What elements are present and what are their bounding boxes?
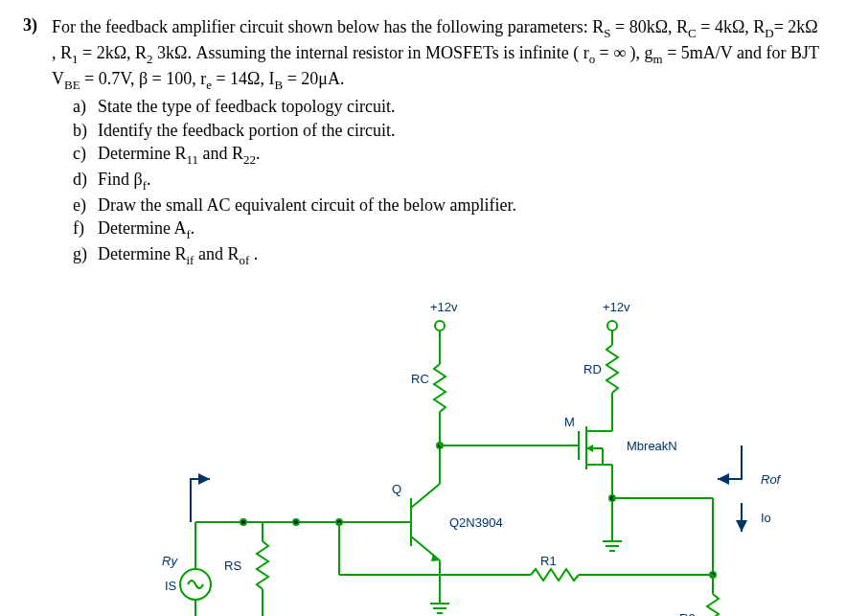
supply1-label: +12v	[430, 300, 458, 314]
part-text: Find βf.	[98, 168, 151, 194]
part-letter: a)	[73, 95, 98, 118]
circuit-diagram: IS Ry RS Q Q2N3904 RC +12v	[128, 278, 823, 616]
io-label: Io	[761, 511, 771, 525]
svg-marker-36	[586, 445, 593, 452]
part-letter: b)	[73, 119, 98, 142]
r2-label: R2	[679, 611, 696, 616]
question-block: 3) For the feedback amplifier circuit sh…	[23, 15, 823, 268]
question-number: 3)	[23, 15, 52, 268]
subparts-list: a) State the type of feedback topology c…	[73, 95, 823, 268]
part-d: d) Find βf.	[73, 168, 823, 194]
part-letter: c)	[73, 142, 98, 168]
m-label: M	[564, 415, 575, 429]
ry-label: Ry	[162, 554, 178, 568]
part-g: g) Determine Rif and Rof .	[73, 242, 823, 268]
rof-label: Rof	[761, 472, 782, 487]
circuit-svg: IS Ry RS Q Q2N3904 RC +12v	[128, 278, 799, 616]
part-text: State the type of feedback topology circ…	[98, 95, 395, 118]
part-text: Determine R11 and R22.	[98, 142, 260, 168]
svg-point-29	[435, 321, 445, 331]
part-letter: e)	[73, 194, 98, 217]
question-body: For the feedback amplifier circuit shown…	[52, 15, 823, 268]
supply2-label: +12v	[603, 300, 630, 314]
svg-line-18	[411, 484, 440, 508]
r1-label: R1	[540, 554, 557, 568]
rd-label: RD	[583, 362, 602, 376]
rc-label: RC	[411, 372, 429, 386]
part-text: Determine Rif and Rof .	[98, 242, 258, 268]
svg-point-12	[240, 519, 246, 525]
part-e: e) Draw the small AC equivalent circuit …	[73, 194, 823, 217]
rs-label: RS	[224, 559, 241, 573]
svg-point-45	[607, 321, 617, 331]
part-c: c) Determine R11 and R22.	[73, 142, 823, 168]
part-text: Identify the feedback portion of the cir…	[98, 119, 395, 142]
q-label: Q	[392, 482, 401, 496]
is-label: IS	[165, 579, 177, 593]
part-text: Determine Af.	[98, 217, 194, 242]
part-letter: f)	[73, 217, 98, 242]
part-b: b) Identify the feedback portion of the …	[73, 119, 823, 142]
qpart-label: Q2N3904	[449, 515, 503, 530]
part-f: f) Determine Af.	[73, 217, 823, 242]
mbreak-label: MbreakN	[627, 439, 677, 453]
question-intro: For the feedback amplifier circuit shown…	[52, 15, 823, 93]
svg-point-13	[293, 519, 299, 525]
part-a: a) State the type of feedback topology c…	[73, 95, 823, 118]
part-text: Draw the small AC equivalent circuit of …	[98, 194, 516, 217]
part-letter: g)	[73, 242, 98, 268]
part-letter: d)	[73, 168, 98, 194]
